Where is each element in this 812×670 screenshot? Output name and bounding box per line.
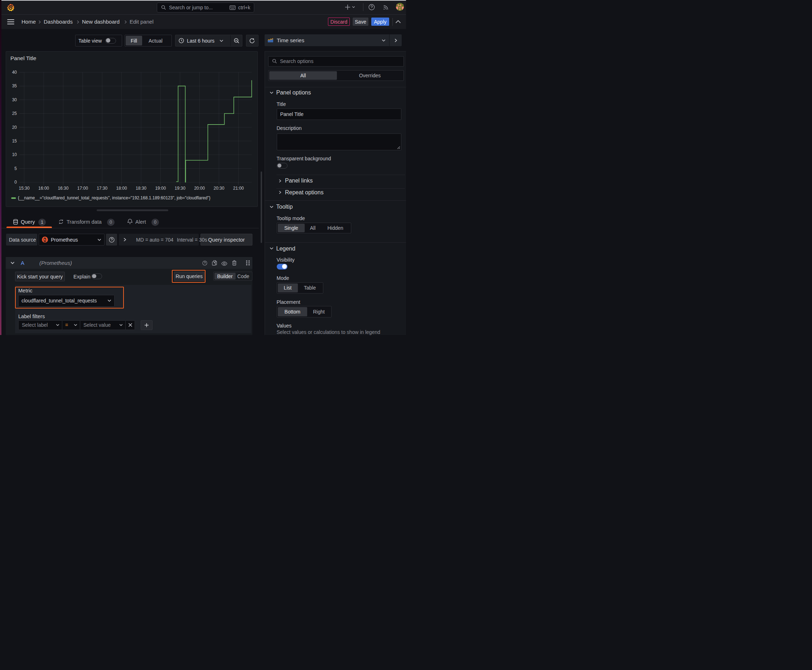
svg-text:30: 30 <box>12 97 17 102</box>
svg-text:5: 5 <box>14 166 17 171</box>
svg-text:20: 20 <box>12 125 17 130</box>
svg-text:15:30: 15:30 <box>19 186 30 191</box>
svg-text:18:00: 18:00 <box>116 186 127 191</box>
svg-text:0: 0 <box>14 180 17 185</box>
svg-text:15: 15 <box>12 139 17 144</box>
svg-text:16:00: 16:00 <box>38 186 49 191</box>
svg-text:20:30: 20:30 <box>214 186 224 191</box>
svg-text:19:00: 19:00 <box>155 186 166 191</box>
svg-text:10: 10 <box>12 152 17 157</box>
svg-text:17:30: 17:30 <box>97 186 107 191</box>
svg-text:35: 35 <box>12 83 17 88</box>
svg-text:21:00: 21:00 <box>233 186 244 191</box>
svg-text:18:30: 18:30 <box>136 186 146 191</box>
svg-text:25: 25 <box>12 111 17 116</box>
svg-text:16:30: 16:30 <box>58 186 68 191</box>
svg-text:{__name__="cloudflared_tunnel_: {__name__="cloudflared_tunnel_total_requ… <box>18 195 210 200</box>
svg-text:20:00: 20:00 <box>194 186 205 191</box>
svg-text:17:00: 17:00 <box>77 186 88 191</box>
svg-text:40: 40 <box>12 70 17 75</box>
svg-text:19:30: 19:30 <box>175 186 185 191</box>
